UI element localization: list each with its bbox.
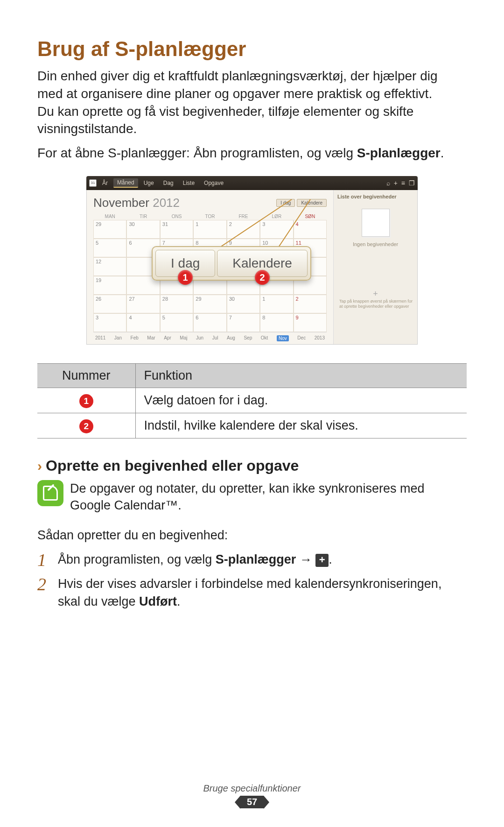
calendar-cell[interactable]: 19 xyxy=(93,276,126,295)
callout-badge-2: 2 xyxy=(255,270,270,285)
callout-calendars-label: Kalendere xyxy=(232,256,292,270)
monthbar-item[interactable]: Apr xyxy=(164,335,171,341)
monthbar-item[interactable]: Jul xyxy=(212,335,218,341)
sub-heading-text: Oprette en begivenhed eller opgave xyxy=(46,457,299,474)
monthbar-item[interactable]: Maj xyxy=(180,335,187,341)
toolbar: 31 År Måned Uge Dag Liste Opgave ⌕ + ≡ ❐ xyxy=(86,176,418,190)
row2-badge: 2 xyxy=(79,419,93,433)
dow-row: MAN TIR ONS TOR FRE LØR SØN xyxy=(93,213,327,220)
calendar-cell[interactable]: 4 xyxy=(126,313,160,332)
monthbar-item[interactable]: Dec xyxy=(297,335,306,341)
step2-b: Udført xyxy=(139,594,177,608)
tab-task[interactable]: Opgave xyxy=(200,179,227,187)
monthbar-item[interactable]: 2011 xyxy=(95,335,105,341)
add-icon[interactable]: + xyxy=(394,179,398,187)
calendar-cell[interactable]: 5 xyxy=(160,313,193,332)
sidebar-plus-icon: + xyxy=(373,289,378,299)
tab-month[interactable]: Måned xyxy=(113,178,138,188)
step1-d: . xyxy=(329,552,332,566)
calendar-cell[interactable]: 3 xyxy=(93,313,126,332)
tab-list[interactable]: Liste xyxy=(179,179,198,187)
screenshot-wrap: 31 År Måned Uge Dag Liste Opgave ⌕ + ≡ ❐… xyxy=(86,176,418,345)
calendar-cell[interactable]: 2 xyxy=(294,295,327,313)
monthbar-item[interactable]: 2013 xyxy=(315,335,325,341)
calendar-cell[interactable]: 1 xyxy=(260,295,293,313)
calendar-cell[interactable]: 6 xyxy=(193,313,226,332)
month-bar: 2011JanFebMarAprMajJunJulAugSepOktNovDec… xyxy=(93,332,327,344)
tab-year[interactable]: År xyxy=(98,179,112,187)
intro-paragraph-2: For at åbne S-planlægger: Åbn programlis… xyxy=(37,144,448,162)
calendar-cell[interactable]: 27 xyxy=(126,295,160,313)
mini-calendars-button[interactable]: Kalendere xyxy=(297,199,327,207)
tab-week[interactable]: Uge xyxy=(140,179,158,187)
note-row: De opgaver og notater, du opretter, kan … xyxy=(37,480,467,514)
search-icon[interactable]: ⌕ xyxy=(386,179,390,187)
intro2-text-a: For at åbne S-planlægger: Åbn programlis… xyxy=(37,146,357,160)
no-events-text: Ingen begivenheder xyxy=(337,241,413,247)
monthbar-item[interactable]: Feb xyxy=(131,335,139,341)
step1-b: S-planlægger xyxy=(216,552,296,566)
monthbar-item[interactable]: Aug xyxy=(227,335,235,341)
calendar-cell[interactable]: 29 xyxy=(193,295,226,313)
row1-text: Vælg datoen for i dag. xyxy=(135,388,467,413)
th-function: Funktion xyxy=(135,363,467,388)
monthbar-item[interactable]: Nov xyxy=(277,335,289,341)
note-icon xyxy=(37,480,63,506)
calendar-cell[interactable]: 5 xyxy=(93,239,126,257)
callout-today-label: I dag xyxy=(171,256,200,270)
step2-c: . xyxy=(177,594,181,608)
calendar-cell[interactable]: 12 xyxy=(93,257,126,276)
step-1: 1 Åbn programlisten, og vælg S-planlægge… xyxy=(37,551,467,569)
calendar-cell[interactable]: 4 xyxy=(294,220,327,239)
step1-c: → xyxy=(296,552,315,566)
callout-calendars-button[interactable]: Kalendere 2 xyxy=(217,250,308,277)
callout-box: I dag 1 Kalendere 2 xyxy=(152,246,311,281)
calendar-cell[interactable]: 1 xyxy=(193,220,226,239)
monthbar-item[interactable]: Mar xyxy=(147,335,155,341)
calendar-cell[interactable]: 7 xyxy=(227,313,260,332)
calendar-cell[interactable]: 26 xyxy=(93,295,126,313)
year: 2012 xyxy=(153,196,180,210)
step2-a: Hvis der vises advarsler i forbindelse m… xyxy=(58,577,441,608)
calendar-cell[interactable]: 30 xyxy=(227,295,260,313)
month-title: November 2012 xyxy=(93,196,180,210)
window-icon[interactable]: ❐ xyxy=(409,179,415,187)
calendar-cell[interactable]: 3 xyxy=(260,220,293,239)
monthbar-item[interactable]: Sep xyxy=(244,335,252,341)
calendar-cell[interactable]: 28 xyxy=(160,295,193,313)
steps-lead: Sådan opretter du en begivenhed: xyxy=(37,528,467,543)
calendar-cell[interactable]: 30 xyxy=(126,220,160,239)
dow-thu: TOR xyxy=(193,213,226,220)
page-footer: Bruge specialfunktioner 57 xyxy=(0,783,504,808)
tab-day[interactable]: Dag xyxy=(160,179,177,187)
dow-mon: MAN xyxy=(93,213,126,220)
row1-badge: 1 xyxy=(79,394,93,408)
chevron-icon: › xyxy=(37,458,42,474)
dow-sun: SØN xyxy=(294,213,327,220)
intro2-text-c: . xyxy=(441,146,444,160)
calendar-cell[interactable]: 29 xyxy=(93,220,126,239)
calendar-cell[interactable]: 9 xyxy=(294,313,327,332)
calendar-cell[interactable]: 2 xyxy=(227,220,260,239)
step-num-1: 1 xyxy=(37,551,50,569)
empty-paper-icon xyxy=(362,209,390,237)
steps-list: 1 Åbn programlisten, og vælg S-planlægge… xyxy=(37,551,467,611)
dow-sat: LØR xyxy=(260,213,293,220)
monthbar-item[interactable]: Jun xyxy=(196,335,203,341)
dow-wed: ONS xyxy=(160,213,193,220)
step-2: 2 Hvis der vises advarsler i forbindelse… xyxy=(37,575,467,611)
mini-today-button[interactable]: I dag xyxy=(276,199,295,207)
events-sidebar: Liste over begivenheder Ingen begivenhed… xyxy=(333,190,417,344)
note-text: De opgaver og notater, du opretter, kan … xyxy=(70,480,467,514)
sidebar-heading: Liste over begivenheder xyxy=(337,194,413,199)
monthbar-item[interactable]: Okt xyxy=(261,335,268,341)
calendar-cell[interactable]: 31 xyxy=(160,220,193,239)
dow-tue: TIR xyxy=(126,213,160,220)
callout-today-button[interactable]: I dag 1 xyxy=(155,250,215,277)
calendar-cell[interactable]: 8 xyxy=(260,313,293,332)
menu-icon[interactable]: ≡ xyxy=(401,179,405,187)
monthbar-item[interactable]: Jan xyxy=(114,335,122,341)
row2-text: Indstil, hvilke kalendere der skal vises… xyxy=(135,413,467,438)
app-screenshot: 31 År Måned Uge Dag Liste Opgave ⌕ + ≡ ❐… xyxy=(86,176,418,345)
page-number: 57 xyxy=(240,796,264,808)
